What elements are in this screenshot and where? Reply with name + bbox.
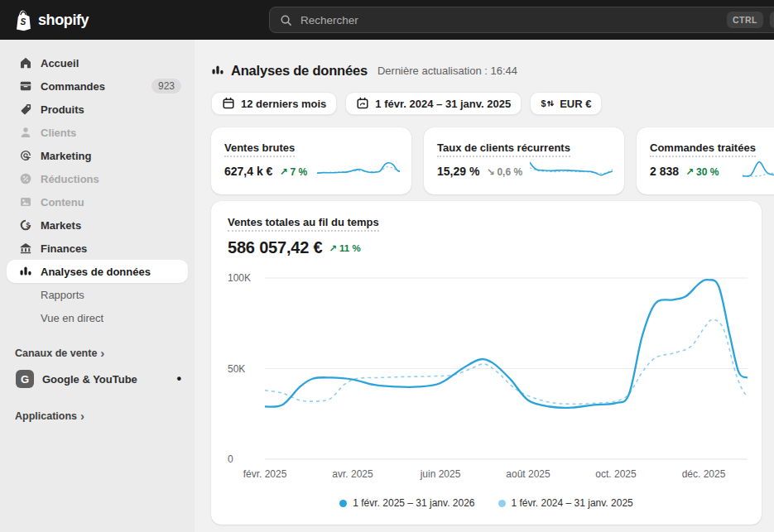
filter-period-button[interactable]: 12 derniers mois [211, 92, 337, 115]
arrow-up-icon: ↗ [685, 166, 694, 178]
arrow-up-icon: ↗ [329, 242, 337, 254]
y-axis-label: 0 [228, 453, 233, 465]
metric-cards-row: Ventes brutes627,4 k €↗7 %Taux de client… [211, 127, 774, 194]
filter-label: 12 derniers mois [241, 98, 326, 110]
sidebar-item-label: Marketing [41, 150, 91, 162]
sidebar-item-accueil[interactable]: Accueil [7, 51, 188, 74]
analytics-icon [18, 265, 32, 279]
filter-label: EUR € [560, 98, 591, 110]
shopify-bag-icon: S [13, 9, 33, 31]
section-label: Canaux de vente [15, 347, 97, 359]
arrow-down-icon: ↘ [486, 166, 494, 178]
chart-total-row: 586 057,42 € ↗ 11 % [228, 238, 745, 257]
content-icon [18, 195, 32, 209]
last-updated-text: Dernière actualisation : 16:44 [377, 65, 517, 77]
chart-legend: 1 févr. 2025 – 31 janv. 20261 févr. 2024… [228, 497, 745, 509]
sidebar-item-google-youtube[interactable]: G Google & YouTube • [7, 366, 188, 392]
chart-title[interactable]: Ventes totales au fil du temps [228, 216, 379, 232]
legend-dot-icon [339, 500, 347, 507]
sidebar-item-clients[interactable]: Clients [7, 121, 188, 144]
series-line-solid [265, 280, 748, 408]
legend-label: 1 févr. 2025 – 31 janv. 2026 [353, 497, 474, 509]
line-chart[interactable]: 100K50K0févr. 2025avr. 2025juin 2025août… [228, 261, 749, 486]
x-axis-label: févr. 2025 [243, 468, 287, 480]
filter-bar: 12 derniers mois1 févr. 2024 – 31 janv. … [211, 92, 774, 115]
x-axis-label: juin 2025 [420, 468, 461, 480]
globe-icon: $ [18, 218, 32, 232]
metric-card-title[interactable]: Ventes brutes [224, 141, 295, 157]
shortcut-k-badge: K [770, 12, 774, 28]
x-axis-label: déc. 2025 [682, 468, 726, 480]
filter-compare-range-button[interactable]: 1 févr. 2024 – 31 janv. 2025 [345, 92, 522, 115]
sidebar-item-analyses-de-donnees[interactable]: Analyses de données [7, 260, 188, 283]
sidebar-item-finances[interactable]: Finances [7, 237, 188, 260]
legend-label: 1 févr. 2024 – 31 janv. 2025 [512, 497, 633, 509]
sidebar-item-markets[interactable]: $Markets [7, 213, 188, 237]
sidebar-item-label: Contenu [41, 196, 84, 208]
search-input[interactable] [299, 13, 720, 27]
sidebar-nav-list: AccueilCommandes923ProduitsClientsMarket… [0, 51, 195, 329]
metric-card-title[interactable]: Commandes traitées [650, 141, 756, 157]
legend-item[interactable]: 1 févr. 2025 – 31 janv. 2026 [339, 497, 474, 509]
svg-text:$: $ [26, 221, 30, 229]
sparkline-taux-clients-recurrents [530, 156, 613, 181]
calendar-icon [222, 97, 235, 110]
chart-delta-badge: ↗ 11 % [329, 242, 360, 254]
analytics-icon [211, 64, 224, 77]
discount-icon [18, 172, 32, 186]
shopify-wordmark: shopify [38, 12, 89, 29]
svg-text:$: $ [541, 98, 546, 108]
shopify-logo[interactable]: S shopify [13, 0, 89, 40]
calendar-compare-icon [356, 97, 369, 110]
sidebar: AccueilCommandes923ProduitsClientsMarket… [0, 40, 195, 532]
sidebar-section-sales-channels[interactable]: Canaux de vente › [7, 344, 188, 362]
metric-delta-value: 30 % [696, 166, 719, 178]
channel-label: Google & YouTube [42, 373, 137, 386]
search-icon [280, 14, 292, 26]
sidebar-item-label: Analyses de données [41, 266, 151, 278]
search-bar[interactable]: CTRL K [269, 7, 774, 33]
series-line-dashed [265, 319, 748, 404]
tag-icon [18, 103, 32, 117]
home-icon [18, 56, 32, 70]
person-icon [18, 126, 32, 140]
sidebar-item-produits[interactable]: Produits [7, 98, 188, 121]
metric-card-commandes-traitees: Commandes traitées2 838↗30 % [637, 127, 774, 194]
filter-label: 1 févr. 2024 – 31 janv. 2025 [375, 98, 511, 110]
google-icon: G [16, 370, 34, 388]
shortcut-ctrl-badge: CTRL [727, 12, 763, 28]
metric-value: 627,4 k € [224, 165, 272, 178]
y-axis-label: 50K [228, 363, 245, 375]
arrow-up-icon: ↗ [279, 166, 287, 178]
sidebar-item-label: Vue en direct [41, 312, 103, 324]
chart-delta-value: 11 % [339, 243, 361, 253]
sidebar-item-label: Accueil [41, 57, 79, 69]
sidebar-item-label: Commandes [41, 80, 105, 93]
sparkline-ventes-brutes [317, 156, 400, 181]
currency-icon: $ [541, 97, 554, 110]
main-content: Analyses de données Dernière actualisati… [195, 40, 774, 532]
sidebar-item-label: Finances [41, 242, 87, 255]
sparkline-commandes-traitees [743, 156, 774, 181]
filter-currency-button[interactable]: $EUR € [530, 92, 602, 115]
sidebar-item-marketing[interactable]: Marketing [7, 144, 188, 167]
metric-card-title[interactable]: Taux de clients récurrents [437, 141, 570, 157]
page-title: Analyses de données [231, 63, 368, 79]
metric-value: 15,29 % [437, 165, 479, 178]
sidebar-section-apps[interactable]: Applications › [7, 407, 188, 425]
chevron-right-icon: › [100, 347, 104, 359]
sidebar-item-rapports[interactable]: Rapports [7, 283, 188, 306]
sidebar-item-label: Réductions [41, 173, 99, 185]
sidebar-item-contenu[interactable]: Contenu [7, 190, 188, 213]
topbar: S shopify CTRL K [0, 0, 774, 40]
sidebar-item-label: Produits [41, 103, 84, 116]
sidebar-item-label: Markets [41, 219, 81, 232]
metric-delta-badge: ↘0,6 % [486, 166, 522, 178]
legend-item[interactable]: 1 févr. 2024 – 31 janv. 2025 [498, 497, 633, 509]
sidebar-item-vue-en-direct[interactable]: Vue en direct [7, 306, 188, 329]
section-label: Applications [15, 410, 77, 422]
chevron-right-icon: › [80, 410, 84, 422]
sidebar-item-commandes[interactable]: Commandes923 [7, 74, 188, 98]
target-icon [18, 149, 32, 163]
sidebar-item-reductions[interactable]: Réductions [7, 167, 188, 190]
